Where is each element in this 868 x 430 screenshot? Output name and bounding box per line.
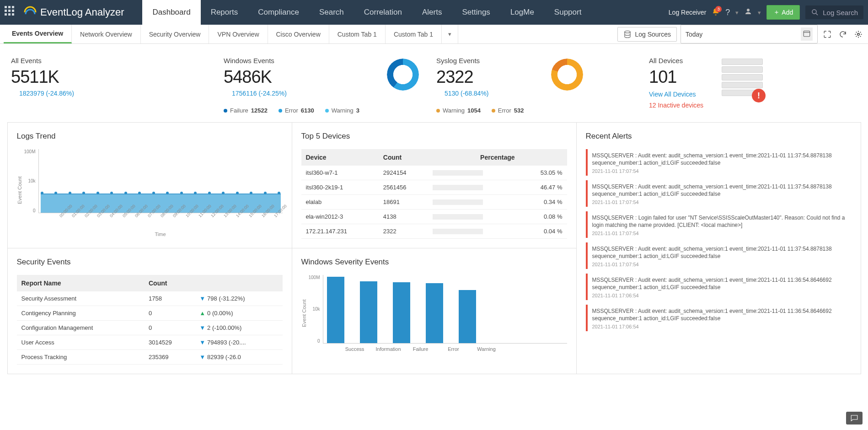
th-device: Device [301,149,379,166]
subtab-events-overview[interactable]: Events Overview [4,25,72,43]
settings-gear-button[interactable] [852,28,864,40]
subtab-custom-1[interactable]: Custom Tab 1 [329,25,386,43]
tab-alerts[interactable]: Alerts [412,0,452,25]
legend-error[interactable]: Error 6130 [279,107,314,114]
date-range-picker[interactable]: Today [680,25,818,43]
kpi-windows-delta[interactable]: 1756116 (-24.25%) [224,90,359,97]
th-count: Count [379,149,428,166]
help-button[interactable]: ? [725,8,730,17]
alert-item[interactable]: MSSQLSERVER : Login failed for user "NT … [586,211,852,238]
apps-grid-icon[interactable] [5,6,17,19]
alert-time: 2021-11-01 17:07:54 [592,199,847,205]
subtab-network-overview[interactable]: Network Overview [72,25,141,43]
alert-item[interactable]: MSSQLSERVER : Audit event: audit_schema_… [586,242,852,269]
log-receiver-link[interactable]: Log Receiver [669,9,707,16]
table-row[interactable]: elalab 18691 0.34 % [301,194,567,209]
kpi-windows-title: Windows Events [224,57,359,64]
fullscreen-button[interactable] [821,28,833,40]
product-logo[interactable]: EventLog Analyzer [23,5,124,20]
th-percentage: Percentage [428,149,567,166]
report-name-cell: Security Assessment [17,291,145,306]
legend-syslog-warning[interactable]: Warning 1054 [436,107,481,114]
wse-ylabel: Event Count [301,275,307,352]
tab-correlation[interactable]: Correlation [354,0,412,25]
log-search-input[interactable]: Log Search [805,5,863,19]
alert-text: MSSQLSERVER : Audit event: audit_schema_… [592,152,847,167]
sec-delta-cell: 82939 (-26.0 [195,349,282,364]
alert-item[interactable]: MSSQLSERVER : Audit event: audit_schema_… [586,149,852,176]
table-row[interactable]: 172.21.147.231 2322 0.04 % [301,224,567,238]
table-row[interactable]: Configuration Management 0 2 (-100.00%) [17,320,283,335]
logs-trend-chart[interactable]: Event Count 100M 10k 0 00:00:0001:00:000… [17,149,283,231]
wse-xticks: SuccessInformationFailureErrorWarning [323,346,567,352]
subtab-custom-2[interactable]: Custom Tab 1 [386,25,442,43]
count-cell: 2561456 [379,180,428,194]
inactive-devices-link[interactable]: 12 Inactive devices [649,102,703,109]
subtab-security-overview[interactable]: Security Overview [141,25,209,43]
subnav-controls: Log Sources Today [617,25,864,43]
logs-trend-plot [38,149,283,213]
pct-cell: 0.34 % [520,194,567,209]
table-row[interactable]: User Access 3014529 794893 (-20.... [17,335,283,349]
legend-syslog-error[interactable]: Error 532 [492,107,524,114]
th-sec-delta [195,275,282,291]
table-row[interactable]: Contigency Planning 0 0 (0.00%) [17,306,283,320]
alert-text: MSSQLSERVER : Audit event: audit_schema_… [592,183,847,198]
subtab-more-button[interactable]: ▾ [442,25,458,43]
severity-bar[interactable] [459,290,476,343]
notifications-button[interactable]: 3 [712,8,720,17]
alert-text: MSSQLSERVER : Audit event: audit_schema_… [592,276,847,291]
severity-bar[interactable] [426,283,443,343]
pct-cell: 0.08 % [520,209,567,224]
alert-item[interactable]: MSSQLSERVER : Audit event: audit_schema_… [586,274,852,300]
tab-reports[interactable]: Reports [201,0,248,25]
tab-logme[interactable]: LogMe [500,0,544,25]
alert-time: 2021-11-01 17:07:54 [592,168,847,174]
kpi-all-events-delta[interactable]: 1823979 (-24.86%) [11,90,219,97]
windows-donut-chart[interactable] [387,59,419,91]
wse-plot[interactable] [323,275,567,344]
table-row[interactable]: Process Tracking 235369 82939 (-26.0 [17,349,283,364]
kpi-devices-title: All Devices [649,57,703,64]
sec-delta-cell: 798 (-31.22%) [195,291,282,306]
count-cell: 4138 [379,209,428,224]
device-cell: 172.21.147.231 [301,224,379,238]
kpi-syslog-delta[interactable]: 5130 (-68.84%) [436,90,524,97]
alert-time: 2021-11-01 17:07:54 [592,262,847,267]
log-sources-button[interactable]: Log Sources [617,27,677,42]
device-cell: ela-win2012-3 [301,209,379,224]
alert-item[interactable]: MSSQLSERVER : Audit event: audit_schema_… [586,180,852,207]
kpi-syslog-title: Syslog Events [436,57,524,64]
severity-bar[interactable] [327,277,344,343]
table-row[interactable]: itsl360-w7-1 2924154 53.05 % [301,166,567,180]
logs-trend-xlabel: Time [38,231,283,237]
view-all-devices-link[interactable]: View All Devices [649,91,703,98]
alert-text: MSSQLSERVER : Audit event: audit_schema_… [592,245,847,260]
refresh-button[interactable] [837,28,849,40]
legend-warning[interactable]: Warning 3 [325,107,359,114]
tab-search[interactable]: Search [309,0,354,25]
user-menu-button[interactable] [744,7,752,18]
table-row[interactable]: itsl360-2k19-1 2561456 46.47 % [301,180,567,194]
tab-compliance[interactable]: Compliance [248,0,309,25]
syslog-donut-chart[interactable] [551,59,583,91]
table-row[interactable]: Security Assessment 1758 798 (-31.22%) [17,291,283,306]
logo-text: EventLog Analyzer [40,6,124,18]
tab-support[interactable]: Support [544,0,592,25]
severity-bar[interactable] [360,281,377,343]
sec-count-cell: 0 [144,320,195,335]
alert-item[interactable]: MSSQLSERVER : Audit event: audit_schema_… [586,305,852,331]
plus-icon: ＋ [773,8,780,16]
subtab-cisco-overview[interactable]: Cisco Overview [268,25,329,43]
panel-wse-title: Windows Severity Events [301,258,567,267]
panel-windows-severity: Windows Severity Events Event Count 100M… [292,248,577,374]
kpi-windows-events: Windows Events 5486K 1756116 (-24.25%) F… [224,57,432,114]
subtab-vpn-overview[interactable]: VPN Overview [209,25,268,43]
tab-dashboard[interactable]: Dashboard [142,0,200,25]
add-button[interactable]: ＋ Add [766,5,800,20]
table-row[interactable]: ela-win2012-3 4138 0.08 % [301,209,567,224]
severity-bar[interactable] [393,282,410,343]
tab-settings[interactable]: Settings [452,0,500,25]
sub-tabs: Events Overview Network Overview Securit… [4,25,458,43]
legend-failure[interactable]: Failure 12522 [224,107,268,114]
